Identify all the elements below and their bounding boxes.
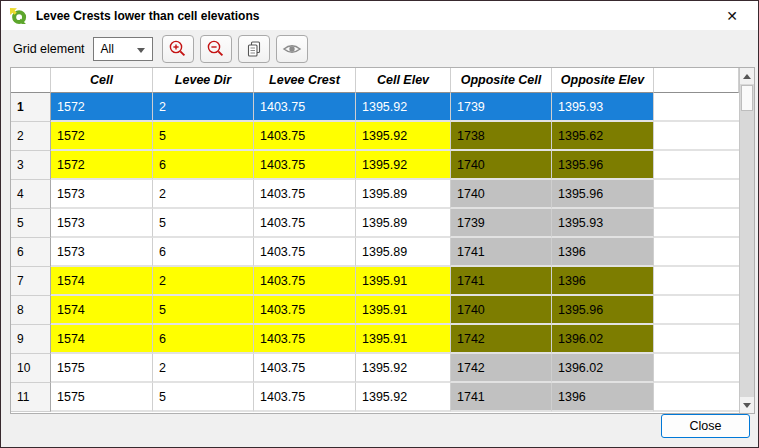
row-header[interactable]: 11: [11, 383, 51, 412]
opposite-elev-value[interactable]: 1395.93: [552, 93, 654, 122]
levee-crest-value[interactable]: 1403.75: [254, 267, 356, 296]
levee-dir-value[interactable]: 2: [153, 180, 254, 209]
row-header[interactable]: 3: [11, 151, 51, 180]
cell-elev-value[interactable]: 1395.89: [356, 180, 451, 209]
cell-elev-value[interactable]: 1395.92: [356, 151, 451, 180]
levee-crest-value[interactable]: 1403.75: [254, 151, 356, 180]
find-cell-button[interactable]: [276, 35, 308, 63]
levee-crest-value[interactable]: 1403.75: [254, 122, 356, 151]
column-header-opposite-cell[interactable]: Opposite Cell: [451, 68, 552, 93]
scrollbar-thumb[interactable]: [741, 85, 753, 111]
zoom-in-button[interactable]: [162, 35, 194, 63]
cell-value[interactable]: 1573: [51, 209, 153, 238]
levee-crest-value[interactable]: 1403.75: [254, 325, 356, 354]
row-header[interactable]: 6: [11, 238, 51, 267]
levee-dir-value[interactable]: 5: [153, 383, 254, 412]
opposite-cell-value[interactable]: 1739: [451, 209, 552, 238]
row-filler: [654, 93, 739, 122]
vertical-scrollbar[interactable]: [739, 68, 754, 413]
window-close-icon[interactable]: ✕: [718, 5, 746, 27]
chevron-down-icon: [137, 48, 145, 53]
cell-elev-value[interactable]: 1395.91: [356, 296, 451, 325]
opposite-elev-value[interactable]: 1395.62: [552, 122, 654, 151]
opposite-elev-value[interactable]: 1396: [552, 267, 654, 296]
scroll-down-button[interactable]: [740, 397, 754, 413]
opposite-elev-value[interactable]: 1395.93: [552, 209, 654, 238]
row-filler: [654, 122, 739, 151]
cell-elev-value[interactable]: 1395.91: [356, 267, 451, 296]
opposite-elev-value[interactable]: 1396.02: [552, 354, 654, 383]
opposite-elev-value[interactable]: 1396: [552, 383, 654, 412]
cell-value[interactable]: 1572: [51, 151, 153, 180]
opposite-elev-value[interactable]: 1395.96: [552, 151, 654, 180]
levee-dir-value[interactable]: 5: [153, 122, 254, 151]
eye-icon: [282, 42, 302, 56]
opposite-cell-value[interactable]: 1739: [451, 93, 552, 122]
grid-element-select[interactable]: All: [93, 37, 153, 61]
cell-value[interactable]: 1574: [51, 325, 153, 354]
title-bar: Levee Crests lower than cell elevations …: [1, 1, 758, 30]
zoom-out-button[interactable]: [200, 35, 232, 63]
cell-elev-value[interactable]: 1395.89: [356, 238, 451, 267]
levee-dir-value[interactable]: 2: [153, 93, 254, 122]
scrollbar-track[interactable]: [740, 84, 754, 397]
opposite-cell-value[interactable]: 1741: [451, 238, 552, 267]
close-button[interactable]: Close: [661, 414, 750, 438]
cell-value[interactable]: 1572: [51, 93, 153, 122]
levee-dir-value[interactable]: 6: [153, 325, 254, 354]
scroll-up-button[interactable]: [740, 68, 754, 84]
cell-elev-value[interactable]: 1395.92: [356, 93, 451, 122]
opposite-elev-value[interactable]: 1396.02: [552, 325, 654, 354]
row-header[interactable]: 9: [11, 325, 51, 354]
opposite-cell-value[interactable]: 1738: [451, 122, 552, 151]
levee-crest-value[interactable]: 1403.75: [254, 296, 356, 325]
levee-dir-value[interactable]: 5: [153, 296, 254, 325]
levee-crest-value[interactable]: 1403.75: [254, 238, 356, 267]
levee-dir-value[interactable]: 5: [153, 209, 254, 238]
cell-value[interactable]: 1574: [51, 267, 153, 296]
row-header[interactable]: 5: [11, 209, 51, 238]
row-header[interactable]: 7: [11, 267, 51, 296]
cell-value[interactable]: 1572: [51, 122, 153, 151]
opposite-cell-value[interactable]: 1740: [451, 180, 552, 209]
levee-dir-value[interactable]: 6: [153, 151, 254, 180]
column-header-cell[interactable]: Cell: [51, 68, 153, 93]
row-header[interactable]: 4: [11, 180, 51, 209]
row-header[interactable]: 10: [11, 354, 51, 383]
opposite-cell-value[interactable]: 1740: [451, 151, 552, 180]
cell-elev-value[interactable]: 1395.92: [356, 383, 451, 412]
opposite-cell-value[interactable]: 1742: [451, 354, 552, 383]
cell-elev-value[interactable]: 1395.92: [356, 122, 451, 151]
levee-dir-value[interactable]: 2: [153, 354, 254, 383]
cell-value[interactable]: 1573: [51, 238, 153, 267]
cell-elev-value[interactable]: 1395.91: [356, 325, 451, 354]
levee-crest-value[interactable]: 1403.75: [254, 209, 356, 238]
opposite-cell-value[interactable]: 1742: [451, 325, 552, 354]
row-header[interactable]: 2: [11, 122, 51, 151]
levee-dir-value[interactable]: 2: [153, 267, 254, 296]
opposite-elev-value[interactable]: 1396: [552, 238, 654, 267]
cell-value[interactable]: 1574: [51, 296, 153, 325]
levee-crest-value[interactable]: 1403.75: [254, 93, 356, 122]
row-header[interactable]: 8: [11, 296, 51, 325]
cell-elev-value[interactable]: 1395.89: [356, 209, 451, 238]
levee-crest-value[interactable]: 1403.75: [254, 354, 356, 383]
levee-crest-value[interactable]: 1403.75: [254, 180, 356, 209]
levee-crest-value[interactable]: 1403.75: [254, 383, 356, 412]
levee-dir-value[interactable]: 6: [153, 238, 254, 267]
column-header-cell-elev[interactable]: Cell Elev: [356, 68, 451, 93]
opposite-cell-value[interactable]: 1741: [451, 383, 552, 412]
copy-button[interactable]: [238, 35, 270, 63]
column-header-levee-dir[interactable]: Levee Dir: [153, 68, 254, 93]
cell-value[interactable]: 1575: [51, 383, 153, 412]
row-header[interactable]: 1: [11, 93, 51, 122]
cell-elev-value[interactable]: 1395.92: [356, 354, 451, 383]
cell-value[interactable]: 1575: [51, 354, 153, 383]
opposite-elev-value[interactable]: 1395.96: [552, 180, 654, 209]
cell-value[interactable]: 1573: [51, 180, 153, 209]
column-header-levee-crest[interactable]: Levee Crest: [254, 68, 356, 93]
opposite-cell-value[interactable]: 1740: [451, 296, 552, 325]
opposite-cell-value[interactable]: 1741: [451, 267, 552, 296]
column-header-opposite-elev[interactable]: Opposite Elev: [552, 68, 654, 93]
opposite-elev-value[interactable]: 1395.96: [552, 296, 654, 325]
